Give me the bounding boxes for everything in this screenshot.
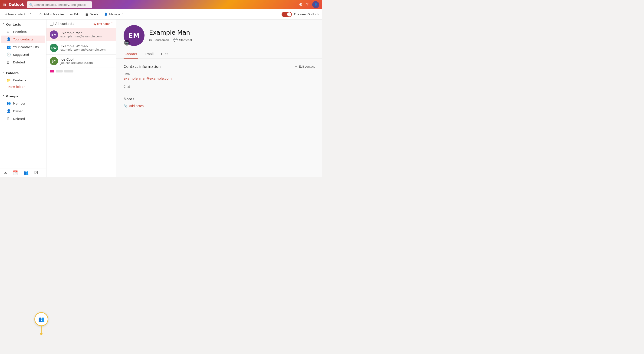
new-outlook-toggle[interactable] xyxy=(282,12,292,17)
divider xyxy=(124,93,314,93)
calendar-nav-icon[interactable]: 📅 xyxy=(13,170,18,175)
contact-email-jc: joe.cool@example.com xyxy=(60,61,93,64)
delete-button[interactable]: 🗑 Delete xyxy=(83,11,101,18)
chat-icon: 💬 xyxy=(173,38,178,42)
footer-bar-2 xyxy=(64,70,74,72)
user-avatar[interactable]: 👤 xyxy=(312,1,319,8)
tab-email[interactable]: Email xyxy=(144,50,154,58)
edit-button[interactable]: ✏ Edit xyxy=(68,11,82,18)
sidebar-item-your-contacts[interactable]: 👤 Your contacts xyxy=(1,36,45,43)
groups-section: ˅ Groups 👥 Member 👤 Owner 🗑 Deleted xyxy=(0,91,46,124)
envelope-icon: ✉ xyxy=(149,38,152,42)
detail-tabs: Contact Email Files xyxy=(116,50,322,59)
edit-icon: ✏ xyxy=(70,12,73,16)
contact-avatar-jc: JC xyxy=(50,57,58,65)
contacts-section: ˅ Contacts ☆ Favorites 👤 Your contacts 👥… xyxy=(0,20,46,68)
email-field-group: Email example_man@example.com xyxy=(124,72,314,80)
contact-item-example-woman[interactable]: EW Example Woman example_woman@example.c… xyxy=(46,41,116,54)
tab-files[interactable]: Files xyxy=(160,50,169,58)
top-banner: ⊞ Outlook 🔍 ⚙ ? 👤 xyxy=(0,0,322,9)
email-label: Email xyxy=(124,72,314,76)
sidebar-item-groups-deleted[interactable]: 🗑 Deleted xyxy=(1,115,45,122)
new-outlook-label: The new Outlook xyxy=(294,12,319,16)
settings-icon[interactable]: ⚙ xyxy=(299,2,302,7)
contact-info-em: Example Man example_man@example.com xyxy=(60,31,102,38)
search-box[interactable]: 🔍 xyxy=(27,2,92,8)
email-value: example_man@example.com xyxy=(124,77,314,80)
new-contact-split: + New contact | ˅ xyxy=(3,11,33,18)
main-layout: ˅ Contacts ☆ Favorites 👤 Your contacts 👥… xyxy=(0,20,322,177)
contact-list-header: All contacts By first name ˅ xyxy=(46,20,116,28)
sidebar-item-member[interactable]: 👥 Member xyxy=(1,100,45,107)
star-icon: ☆ xyxy=(39,12,42,16)
contact-name-em: Example Man xyxy=(60,31,102,35)
contact-big-avatar: EM 📷 xyxy=(124,25,144,46)
sidebar-contacts-header[interactable]: ˅ Contacts xyxy=(0,21,46,28)
new-contact-button[interactable]: + New contact xyxy=(3,11,27,18)
sidebar-item-deleted[interactable]: 🗑 Deleted xyxy=(1,58,45,66)
help-icon[interactable]: ? xyxy=(306,2,308,7)
chevron-down-icon: ˅ xyxy=(3,72,4,75)
search-icon: 🔍 xyxy=(29,3,33,6)
sidebar-item-owner[interactable]: 👤 Owner xyxy=(1,107,45,115)
new-contact-chevron[interactable]: | ˅ xyxy=(27,12,33,17)
sidebar-bottom-nav: ✉ 📅 👥 ☑ xyxy=(0,168,46,177)
edit-contact-button[interactable]: ✏ Edit contact xyxy=(295,65,314,68)
select-all-checkbox[interactable] xyxy=(50,22,54,26)
detail-content: Contact information ✏ Edit contact Email… xyxy=(116,59,322,113)
star-icon: ☆ xyxy=(6,30,11,34)
sidebar-groups-header[interactable]: ˅ Groups xyxy=(0,93,46,100)
sidebar-item-contact-lists[interactable]: 👥 Your contact lists xyxy=(1,43,45,51)
toolbar-separator xyxy=(34,12,35,17)
notes-title: Notes xyxy=(124,97,314,101)
contact-info-jc: Joe Cool joe.cool@example.com xyxy=(60,58,93,64)
sort-chevron-icon: ˅ xyxy=(111,22,113,25)
manage-chevron-icon: ˅ xyxy=(122,13,123,16)
toggle-knob xyxy=(287,12,291,16)
all-contacts-label: All contacts xyxy=(55,22,74,26)
sidebar-item-contacts-folder[interactable]: 📁 Contacts xyxy=(1,76,45,84)
contact-detail-info: Example Man ✉ Send email 💬 Start chat xyxy=(149,29,192,42)
sidebar-folders-header[interactable]: ˅ Folders xyxy=(0,70,46,76)
add-to-favorites-button[interactable]: ☆ Add to favorites xyxy=(37,11,67,18)
add-notes-button[interactable]: 📎 Add notes xyxy=(124,104,144,108)
toolbar: + New contact | ˅ ☆ Add to favorites ✏ E… xyxy=(0,9,322,20)
contact-list-panel: All contacts By first name ˅ EM Example … xyxy=(46,20,116,177)
chevron-down-icon: ˅ xyxy=(3,95,4,98)
sidebar-item-suggested[interactable]: 🕐 Suggested xyxy=(1,51,45,58)
sidebar-item-favorites[interactable]: ☆ Favorites xyxy=(1,28,45,35)
folders-section: ˅ Folders 📁 Contacts New folder xyxy=(0,68,46,91)
tab-contact[interactable]: Contact xyxy=(124,50,138,58)
contacts-nav-icon[interactable]: 👥 xyxy=(24,170,28,175)
start-chat-button[interactable]: 💬 Start chat xyxy=(173,38,192,42)
contact-item-joe-cool[interactable]: JC Joe Cool joe.cool@example.com xyxy=(46,54,116,68)
avatar-camera-icon[interactable]: 📷 xyxy=(124,40,130,46)
sidebar: ˅ Contacts ☆ Favorites 👤 Your contacts 👥… xyxy=(0,20,46,177)
contact-detail-name: Example Man xyxy=(149,29,192,36)
trash2-icon: 🗑 xyxy=(6,116,11,121)
contact-actions: ✉ Send email 💬 Start chat xyxy=(149,38,192,42)
delete-icon: 🗑 xyxy=(85,12,88,16)
detail-panel: EM 📷 Example Man ✉ Send email 💬 Start ch… xyxy=(116,20,322,177)
section-title: Contact information ✏ Edit contact xyxy=(124,64,314,69)
contact-email-ew: example_woman@example.com xyxy=(60,48,106,51)
chat-field-group: Chat xyxy=(124,85,314,88)
new-folder-link[interactable]: New folder xyxy=(0,84,46,90)
app-grid-icon[interactable]: ⊞ xyxy=(3,2,6,7)
person-icon: 👤 xyxy=(6,37,11,41)
search-input[interactable] xyxy=(34,3,86,6)
contact-email-em: example_man@example.com xyxy=(60,35,102,38)
app-name: Outlook xyxy=(8,2,24,7)
chat-label: Chat xyxy=(124,85,314,88)
mail-nav-icon[interactable]: ✉ xyxy=(4,170,7,175)
contact-item-example-man[interactable]: EM Example Man example_man@example.com xyxy=(46,28,116,41)
clock-icon: 🕐 xyxy=(6,52,11,57)
manage-button[interactable]: 👤 Manage ˅ xyxy=(102,11,125,18)
edit-pencil-icon: ✏ xyxy=(295,65,297,68)
footer-bar-pink xyxy=(50,70,54,72)
sort-button[interactable]: By first name ˅ xyxy=(93,22,113,26)
owner-icon: 👤 xyxy=(6,109,11,113)
send-email-button[interactable]: ✉ Send email xyxy=(149,38,169,42)
tasks-nav-icon[interactable]: ☑ xyxy=(34,170,38,175)
manage-icon: 👤 xyxy=(104,12,108,16)
